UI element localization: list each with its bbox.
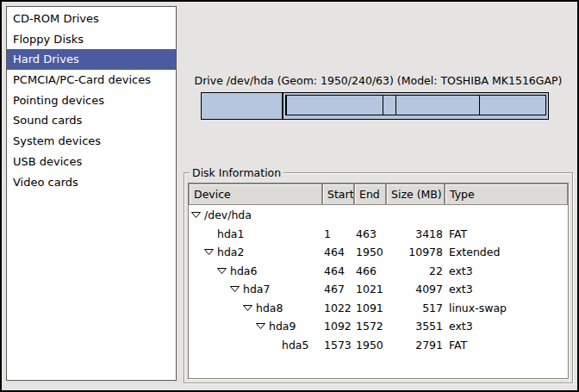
table-row-hda6[interactable]: hda646446622ext3	[189, 262, 568, 281]
table-row-hda7[interactable]: hda746710214097ext3	[189, 280, 568, 299]
type-cell: Extended	[445, 246, 568, 258]
expander-icon[interactable]	[243, 304, 252, 312]
start-cell: 1092	[322, 320, 354, 333]
type-cell: ext3	[445, 264, 568, 277]
expander-icon[interactable]	[204, 248, 214, 256]
disk-table: DeviceStartEndSize (MB)Type /dev/hdahda1…	[188, 183, 569, 379]
partition-segment-hda8	[383, 96, 395, 115]
table-row-hda8[interactable]: hda810221091517linux-swap	[189, 299, 568, 318]
disk-table-header: DeviceStartEndSize (MB)Type	[189, 184, 568, 205]
sidebar-item-video-cards[interactable]: Video cards	[7, 172, 176, 193]
table-row-hda9[interactable]: hda9109215723551ext3	[189, 317, 568, 336]
sidebar-item-floppy-disks[interactable]: Floppy Disks	[7, 29, 176, 50]
expander-icon[interactable]	[191, 211, 201, 219]
size-cell: 3418	[386, 227, 445, 240]
start-cell: 464	[322, 246, 354, 258]
type-cell: FAT	[445, 339, 568, 352]
device-cell: hda2	[189, 246, 322, 258]
device-label: hda5	[282, 339, 308, 352]
sidebar-item-pointing-devices[interactable]: Pointing devices	[7, 90, 176, 111]
size-cell: 4097	[386, 283, 445, 296]
expander-icon[interactable]	[256, 322, 265, 330]
end-cell: 1950	[354, 246, 386, 258]
table-row-dev-hda[interactable]: /dev/hda	[189, 206, 568, 225]
size-cell: 22	[386, 264, 445, 277]
size-cell: 3551	[386, 320, 445, 333]
device-label: /dev/hda	[204, 208, 252, 221]
device-cell: hda1	[189, 227, 322, 240]
end-cell: 463	[354, 227, 386, 240]
size-cell: 517	[386, 302, 445, 314]
disk-information-frame: Disk Information DeviceStartEndSize (MB)…	[184, 172, 573, 383]
column-header-size-mb[interactable]: Size (MB)	[386, 184, 445, 205]
device-label: hda7	[243, 283, 270, 296]
device-label: hda6	[230, 264, 257, 277]
device-label: hda9	[269, 320, 296, 333]
sidebar-item-pcmcia-pc-card-devices[interactable]: PCMCIA/PC-Card devices	[7, 70, 176, 90]
start-cell: 1	[322, 227, 354, 240]
device-label: hda2	[217, 246, 244, 258]
sidebar-item-hard-drives[interactable]: Hard Drives	[7, 49, 176, 70]
device-cell: hda6	[189, 264, 322, 277]
expander-icon[interactable]	[217, 267, 227, 275]
partition-segment-hda7	[287, 96, 383, 115]
device-cell: hda9	[189, 320, 322, 333]
sidebar-item-system-devices[interactable]: System devices	[7, 131, 176, 152]
type-cell: linux-swap	[445, 302, 568, 314]
column-header-end[interactable]: End	[354, 184, 386, 205]
disk-table-rows: /dev/hdahda114633418FAThda2464195010978E…	[189, 205, 568, 354]
drive-title: Drive /dev/hda (Geom: 1950/240/63) (Mode…	[184, 74, 573, 87]
table-row-hda5[interactable]: hda5157319502791FAT	[189, 336, 568, 355]
end-cell: 1950	[354, 339, 386, 352]
size-cell: 10978	[386, 246, 445, 258]
partition-segment-hda2-extended	[285, 95, 546, 115]
end-cell: 466	[354, 264, 386, 277]
end-cell: 1021	[354, 283, 386, 296]
sidebar-item-cd-rom-drives[interactable]: CD-ROM Drives	[7, 9, 176, 29]
partition-segment-hda5	[480, 96, 545, 115]
disk-information-label: Disk Information	[190, 166, 283, 179]
sidebar-item-sound-cards[interactable]: Sound cards	[7, 110, 176, 131]
type-cell: FAT	[445, 227, 568, 240]
size-cell: 2791	[386, 339, 445, 352]
column-header-device[interactable]: Device	[189, 184, 322, 205]
table-row-hda2[interactable]: hda2464195010978Extended	[189, 243, 568, 262]
partition-bar	[201, 92, 549, 120]
start-cell: 1022	[322, 302, 354, 314]
device-label: hda1	[217, 227, 244, 240]
start-cell: 464	[322, 264, 354, 277]
partition-segment-hda1	[202, 93, 283, 119]
type-cell: ext3	[445, 283, 568, 296]
column-header-type[interactable]: Type	[445, 184, 568, 205]
start-cell: 467	[322, 283, 354, 296]
device-cell: hda8	[189, 302, 322, 314]
partition-segment-hda9	[396, 96, 480, 115]
start-cell: 1573	[322, 339, 354, 352]
device-category-list: CD-ROM DrivesFloppy DisksHard DrivesPCMC…	[6, 6, 177, 381]
device-cell: /dev/hda	[189, 208, 322, 221]
end-cell: 1091	[354, 302, 386, 314]
column-header-start[interactable]: Start	[322, 184, 354, 205]
device-label: hda8	[256, 302, 283, 314]
hardware-browser-window: CD-ROM DrivesFloppy DisksHard DrivesPCMC…	[0, 0, 579, 392]
device-cell: hda7	[189, 283, 322, 296]
sidebar-item-usb-devices[interactable]: USB devices	[7, 152, 176, 172]
table-row-hda1[interactable]: hda114633418FAT	[189, 225, 568, 244]
device-cell: hda5	[189, 339, 322, 352]
expander-icon[interactable]	[230, 285, 240, 293]
type-cell: ext3	[445, 320, 568, 333]
end-cell: 1572	[354, 320, 386, 333]
